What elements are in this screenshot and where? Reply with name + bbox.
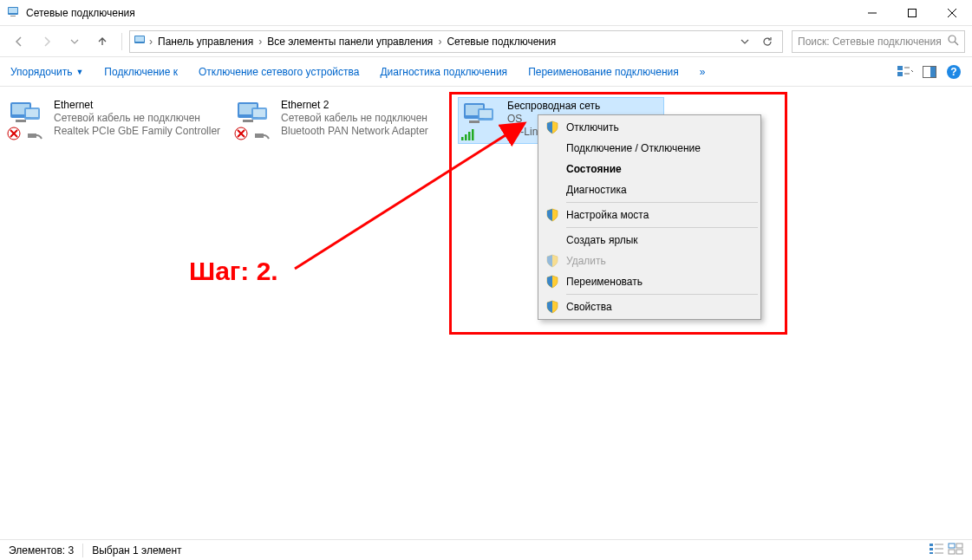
- network-adapter-icon: [234, 99, 276, 140]
- refresh-button[interactable]: [756, 31, 779, 52]
- address-dropdown-button[interactable]: [734, 31, 756, 52]
- svg-rect-44: [468, 132, 471, 140]
- wifi-signal-icon: [460, 129, 476, 141]
- ctx-status[interactable]: Состояние: [540, 159, 759, 179]
- shield-icon: [545, 120, 559, 134]
- svg-rect-48: [930, 548, 933, 550]
- shield-icon: [545, 300, 559, 314]
- rename-connection-button[interactable]: Переименование подключения: [528, 66, 679, 78]
- nav-back-button[interactable]: [7, 29, 31, 54]
- svg-line-46: [295, 123, 525, 269]
- titlebar: Сетевые подключения: [0, 0, 972, 26]
- connection-status: Сетевой кабель не подключен: [281, 112, 428, 125]
- content-area[interactable]: Ethernet Сетевой кабель не подключен Rea…: [0, 87, 972, 539]
- nav-up-button[interactable]: [90, 29, 114, 54]
- window-title: Сетевые подключения: [26, 7, 135, 19]
- connection-device: Realtek PCIe GbE Family Controller: [54, 125, 220, 138]
- svg-rect-23: [26, 109, 38, 117]
- minimize-button[interactable]: [852, 0, 892, 26]
- status-bar: Элементов: 3 Выбран 1 элемент: [0, 539, 972, 560]
- separator: [82, 544, 83, 557]
- ctx-disable[interactable]: Отключить: [540, 117, 759, 138]
- shield-icon: [545, 208, 559, 222]
- svg-rect-8: [135, 36, 144, 42]
- connection-device: Bluetooth PAN Network Adapter: [281, 125, 428, 138]
- svg-line-10: [955, 42, 958, 45]
- ctx-connect-disconnect[interactable]: Подключение / Отключение: [540, 138, 759, 159]
- chevron-right-icon[interactable]: ›: [438, 36, 441, 48]
- separator: [566, 294, 758, 295]
- navbar: › Панель управления › Все элементы панел…: [0, 26, 972, 57]
- ctx-create-shortcut[interactable]: Создать ярлык: [540, 230, 759, 251]
- network-adapter-icon: [460, 100, 502, 141]
- address-bar[interactable]: › Панель управления › Все элементы панел…: [129, 30, 783, 53]
- chevron-right-icon[interactable]: ›: [258, 36, 262, 48]
- svg-rect-43: [465, 134, 467, 140]
- separator: [121, 33, 122, 50]
- svg-rect-55: [949, 550, 955, 554]
- command-bar: Упорядочить ▼ Подключение к Отключение с…: [0, 57, 972, 87]
- svg-rect-30: [243, 120, 253, 122]
- svg-rect-49: [930, 552, 933, 554]
- svg-rect-56: [956, 550, 962, 554]
- search-placeholder: Поиск: Сетевые подключения: [798, 36, 942, 48]
- cable-icon: [28, 132, 43, 140]
- svg-rect-1: [9, 8, 17, 13]
- svg-rect-27: [28, 133, 36, 138]
- connection-name: Ethernet 2: [281, 99, 428, 112]
- cable-icon: [255, 132, 271, 140]
- breadcrumb-network-connections[interactable]: Сетевые подключения: [443, 34, 559, 49]
- annotation-label: Шаг: 2.: [189, 257, 278, 286]
- ctx-rename[interactable]: Переименовать: [540, 271, 759, 292]
- disable-device-button[interactable]: Отключение сетевого устройства: [199, 66, 359, 78]
- svg-rect-11: [897, 66, 903, 70]
- preview-pane-button[interactable]: [922, 64, 937, 80]
- svg-rect-53: [949, 544, 955, 548]
- svg-rect-16: [930, 67, 936, 77]
- svg-rect-4: [909, 9, 917, 16]
- separator: [566, 227, 758, 228]
- disconnected-icon: [7, 127, 21, 140]
- connect-to-button[interactable]: Подключение к: [104, 66, 178, 78]
- large-icons-view-button[interactable]: [948, 543, 963, 557]
- ctx-bridge[interactable]: Настройка моста: [540, 205, 759, 225]
- context-menu: Отключить Подключение / Отключение Состо…: [538, 114, 761, 320]
- details-view-button[interactable]: [929, 543, 944, 557]
- svg-rect-36: [255, 133, 264, 138]
- connection-item-ethernet[interactable]: Ethernet Сетевой кабель не подключен Rea…: [7, 99, 224, 140]
- connection-item-ethernet-2[interactable]: Ethernet 2 Сетевой кабель не подключен B…: [234, 99, 451, 140]
- nav-recent-button[interactable]: [62, 29, 87, 54]
- status-selection: Выбран 1 элемент: [92, 544, 181, 557]
- svg-rect-12: [897, 72, 903, 76]
- breadcrumb-control-panel[interactable]: Панель управления: [154, 34, 257, 49]
- chevron-right-icon[interactable]: ›: [149, 36, 153, 48]
- svg-rect-54: [956, 544, 962, 548]
- close-button[interactable]: [932, 0, 972, 26]
- search-input[interactable]: Поиск: Сетевые подключения: [792, 30, 965, 53]
- svg-rect-45: [472, 129, 474, 140]
- ctx-diagnostics[interactable]: Диагностика: [540, 179, 759, 200]
- disconnected-icon: [234, 127, 248, 140]
- svg-rect-47: [930, 544, 933, 546]
- app-icon: [7, 4, 21, 21]
- nav-forward-button[interactable]: [35, 29, 59, 54]
- organize-menu[interactable]: Упорядочить ▼: [10, 66, 83, 78]
- breadcrumb-all-items[interactable]: Все элементы панели управления: [264, 34, 436, 49]
- search-icon: [948, 35, 959, 49]
- diagnose-connection-button[interactable]: Диагностика подключения: [380, 66, 507, 78]
- maximize-button[interactable]: [892, 0, 932, 26]
- ctx-properties[interactable]: Свойства: [540, 296, 759, 317]
- svg-rect-2: [10, 16, 16, 16]
- connection-status: Сетевой кабель не подключен: [54, 112, 220, 125]
- help-button[interactable]: ?: [946, 64, 962, 80]
- svg-point-9: [949, 36, 956, 42]
- svg-rect-21: [16, 120, 26, 122]
- addressbar-icon: [134, 33, 147, 49]
- shield-icon: [545, 275, 559, 289]
- svg-rect-41: [479, 110, 492, 118]
- connection-name: Ethernet: [54, 99, 220, 112]
- status-item-count: Элементов: 3: [9, 544, 74, 557]
- toolbar-overflow-button[interactable]: »: [700, 66, 706, 78]
- network-adapter-icon: [7, 99, 49, 140]
- view-options-button[interactable]: [897, 64, 913, 80]
